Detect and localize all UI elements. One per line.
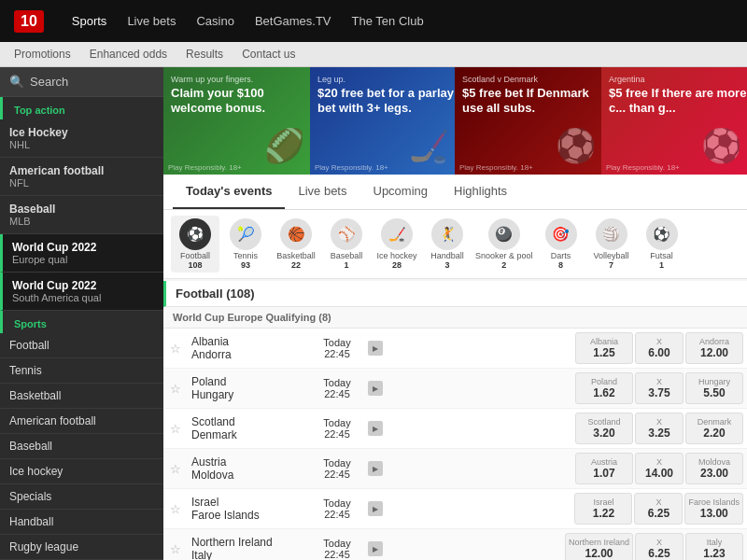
nav-sports[interactable]: Sports <box>72 14 107 28</box>
sidebar-sport-baseball[interactable]: Baseball <box>0 434 163 459</box>
tv-badge: ▶ <box>368 501 383 516</box>
odds-group: Northern Ireland 12.00 X 6.25 Italy 1.23 <box>386 529 747 560</box>
sport-icon-baseball[interactable]: ⚾ Baseball 1 <box>322 216 371 273</box>
odd-btn-1[interactable]: Israel 1.22 <box>574 493 632 525</box>
match-hour: 22:45 <box>313 428 361 440</box>
handball-icon: 🤾 <box>431 218 463 250</box>
match-time: Today 22:45 <box>309 372 365 404</box>
baseball-count: 1 <box>344 260 348 270</box>
sidebar-sport-icehockey[interactable]: Ice hockey <box>0 459 163 484</box>
match-fav-icon[interactable]: ☆ <box>163 535 188 561</box>
match-info: Austria Moldova <box>188 451 309 486</box>
sidebar-item-icehockey[interactable]: Ice Hockey NHL <box>0 119 163 158</box>
match-fav-icon[interactable]: ☆ <box>163 455 188 483</box>
banner-1-main: Claim your $100 welcome bonus. <box>171 86 310 115</box>
sidebar-item-title: World Cup 2022 <box>12 241 154 254</box>
sport-icon-darts[interactable]: 🎯 Darts 8 <box>537 216 585 273</box>
sport-icon-football[interactable]: ⚽ Football 108 <box>171 216 219 273</box>
tab-todays-events[interactable]: Today's events <box>173 175 285 209</box>
odd-btn-x[interactable]: X 3.75 <box>635 372 684 404</box>
sidebar-sport-americanfootball[interactable]: American football <box>0 409 163 434</box>
match-row: ☆ Scotland Denmark Today 22:45 ▶ Scotlan… <box>163 409 747 449</box>
nav-betgames[interactable]: BetGames.TV <box>255 14 331 28</box>
sidebar-sport-basketball[interactable]: Basketball <box>0 384 163 409</box>
odd-btn-2[interactable]: Italy 1.23 <box>685 533 743 560</box>
match-fav-icon[interactable]: ☆ <box>163 495 188 524</box>
odd-btn-x[interactable]: X 6.25 <box>635 533 684 560</box>
sidebar-item-americanfootball[interactable]: American football NFL <box>0 158 163 196</box>
sub-nav-contact[interactable]: Contact us <box>242 48 295 61</box>
odd-btn-x[interactable]: X 6.00 <box>635 332 684 364</box>
tennis-label: Tennis <box>233 251 258 260</box>
search-box[interactable]: 🔍 Search <box>0 67 163 97</box>
odd-btn-1[interactable]: Poland 1.62 <box>575 372 633 404</box>
header: 10 Sports Live bets Casino BetGames.TV T… <box>0 0 747 42</box>
futsal-label: Futsal <box>650 251 673 260</box>
team1-name: Albania <box>191 335 305 348</box>
odd-btn-2[interactable]: Andorra 12.00 <box>685 332 743 364</box>
tv-badge: ▶ <box>368 381 383 396</box>
sidebar-item-worldcup-sa[interactable]: World Cup 2022 South America qual <box>0 273 163 311</box>
nav-casino[interactable]: Casino <box>196 14 233 28</box>
odd-btn-2[interactable]: Denmark 2.20 <box>685 413 743 444</box>
odd-btn-2[interactable]: Moldova 23.00 <box>685 453 743 484</box>
sidebar-item-title: American football <box>9 164 154 177</box>
odd-btn-1[interactable]: Austria 1.07 <box>575 453 633 484</box>
tennis-icon: 🎾 <box>230 218 261 250</box>
sport-icon-handball[interactable]: 🤾 Handball 3 <box>423 216 472 273</box>
match-fav-icon[interactable]: ☆ <box>163 374 188 403</box>
odd-btn-1[interactable]: Albania 1.25 <box>575 332 633 364</box>
odds-group: Albania 1.25 X 6.00 Andorra 12.00 <box>386 329 747 368</box>
sidebar-sport-football[interactable]: Football <box>0 333 163 358</box>
tab-live-bets[interactable]: Live bets <box>285 175 359 209</box>
sub-nav-results[interactable]: Results <box>186 48 223 61</box>
match-row: ☆ Austria Moldova Today 22:45 ▶ Austria … <box>163 449 747 489</box>
search-label: Search <box>30 75 68 89</box>
tab-highlights[interactable]: Highlights <box>441 175 520 209</box>
sidebar-item-title: Ice Hockey <box>9 126 154 139</box>
match-fav-icon[interactable]: ☆ <box>163 414 188 443</box>
sport-label: Tennis <box>9 364 42 377</box>
sport-icon-basketball[interactable]: 🏀 Basketball 22 <box>272 216 320 273</box>
odd-value-2: 13.00 <box>688 507 740 520</box>
tv-badge: ▶ <box>368 461 383 476</box>
odd-btn-1[interactable]: Scotland 3.20 <box>575 413 633 444</box>
nav-livebets[interactable]: Live bets <box>127 14 176 28</box>
sport-icon-icehockey[interactable]: 🏒 Ice hockey 28 <box>373 216 421 273</box>
sidebar-item-worldcup-europe[interactable]: World Cup 2022 Europe qual <box>0 234 163 273</box>
sport-icon-futsal[interactable]: ⚽ Futsal 1 <box>638 216 686 273</box>
top-action-title: Top action <box>0 97 163 119</box>
sidebar-sport-handball[interactable]: Handball <box>0 510 163 535</box>
odd-value-x: 6.25 <box>639 547 680 560</box>
sidebar-sport-rugby[interactable]: Rugby league <box>0 535 163 560</box>
odd-btn-x[interactable]: X 3.25 <box>635 413 684 444</box>
odd-btn-2[interactable]: Hungary 5.50 <box>685 372 743 404</box>
match-fav-icon[interactable]: ☆ <box>163 334 188 363</box>
sport-icon-tennis[interactable]: 🎾 Tennis 93 <box>221 216 270 273</box>
odd-value-1: 3.20 <box>579 427 629 440</box>
content-area: Warm up your fingers. Claim your $100 we… <box>163 67 747 560</box>
odd-btn-x[interactable]: X 6.25 <box>634 493 683 525</box>
nav-tenclub[interactable]: The Ten Club <box>352 14 424 28</box>
sub-nav-promotions[interactable]: Promotions <box>14 48 71 61</box>
tab-upcoming[interactable]: Upcoming <box>360 175 442 209</box>
football-count: 108 <box>188 260 202 270</box>
odd-btn-1[interactable]: Northern Ireland 12.00 <box>565 533 633 560</box>
sport-icon-volleyball[interactable]: 🏐 Volleyball 7 <box>587 216 636 273</box>
odd-btn-2[interactable]: Faroe Islands 13.00 <box>684 493 743 525</box>
main-nav: Sports Live bets Casino BetGames.TV The … <box>72 14 424 28</box>
odd-label-2: Faroe Islands <box>688 497 740 507</box>
match-time: Today 22:45 <box>309 413 365 444</box>
odd-value-1: 1.62 <box>579 386 629 399</box>
sidebar-sport-specials[interactable]: Specials <box>0 484 163 510</box>
sport-icon-snooker[interactable]: 🎱 Snooker & pool 2 <box>473 216 535 273</box>
banner-1-disclaimer: Play Responsibly. 18+ <box>168 163 242 172</box>
sidebar-item-baseball[interactable]: Baseball MLB <box>0 196 163 234</box>
sub-nav-enhanced[interactable]: Enhanced odds <box>90 48 167 61</box>
sidebar-sport-tennis[interactable]: Tennis <box>0 358 163 384</box>
odd-label-x: X <box>638 497 679 507</box>
odd-btn-x[interactable]: X 14.00 <box>635 453 684 484</box>
odd-value-x: 3.25 <box>639 427 680 440</box>
team2-name: Moldova <box>191 469 305 482</box>
football-icon: ⚽ <box>179 218 211 250</box>
